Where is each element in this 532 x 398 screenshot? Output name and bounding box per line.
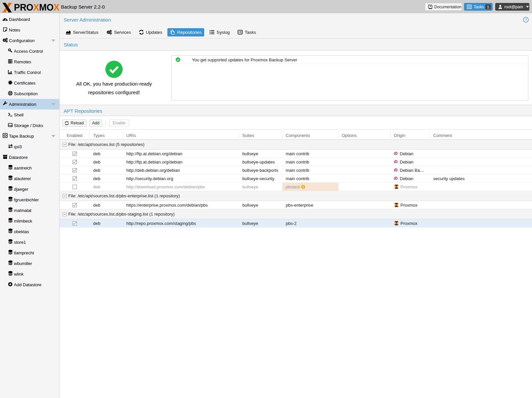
svg-text:?: ? (525, 18, 527, 22)
